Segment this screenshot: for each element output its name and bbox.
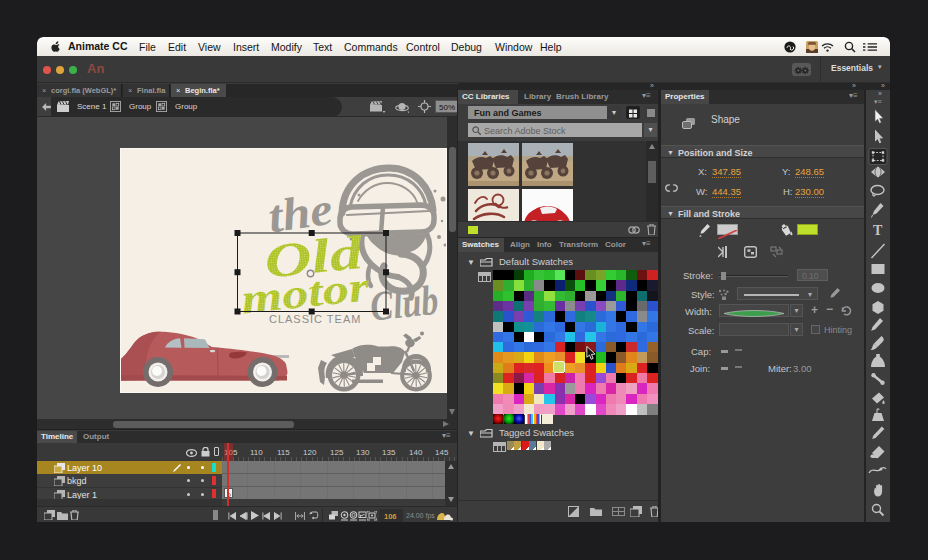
svg-text:T: T: [873, 223, 883, 238]
svg-text:CLASSIC TEAM: CLASSIC TEAM: [269, 313, 363, 325]
svg-text:Club: Club: [368, 277, 440, 330]
